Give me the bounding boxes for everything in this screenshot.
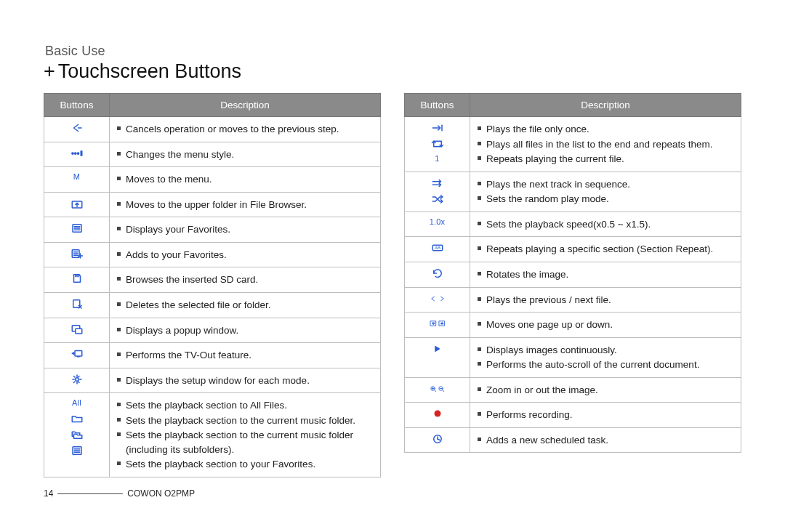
svg-rect-24: [77, 356, 80, 358]
schedule-task-icon: [430, 432, 446, 446]
description-cell: Adds a new scheduled task.: [470, 427, 741, 453]
button-icon-cell: [44, 217, 110, 243]
menu-style-icon: [69, 147, 85, 160]
description-item: Repeats playing a specific section (Sect…: [476, 242, 735, 257]
button-icon-cell: [44, 117, 110, 142]
table-row: Zoom in or out the image.: [405, 377, 741, 403]
description-cell: Performs the TV-Out feature.: [110, 343, 381, 368]
button-icon-cell: [44, 267, 110, 293]
description-cell: Zoom in or out the image.: [470, 377, 741, 403]
description-item: Repeats playing the current file.: [476, 152, 735, 166]
button-icon-cell: [405, 337, 470, 377]
table-row: Displays a popup window.: [44, 318, 381, 343]
svg-text:AB: AB: [434, 246, 440, 251]
table-row: Performs the TV-Out feature.: [44, 343, 381, 368]
menu-m-icon: M: [73, 172, 80, 183]
button-icon-cell: [44, 368, 110, 393]
repeat-all-icon: [430, 137, 446, 150]
svg-point-25: [75, 377, 78, 381]
description-cell: Plays the file only once.Plays all files…: [470, 117, 741, 172]
button-icon-cell: [405, 262, 470, 287]
table-row: Deletes the selected file or folder.: [44, 292, 381, 318]
footer-divider: [57, 493, 123, 494]
left-column: Buttons Description Cancels operation or…: [44, 93, 381, 477]
description-item: Cancels operation or moves to the previo…: [116, 122, 374, 137]
description-cell: Deletes the selected file or folder.: [110, 292, 381, 318]
description-item: Sets the playback section to the current…: [116, 428, 374, 456]
all-files-icon: All: [72, 398, 81, 409]
sd-card-icon: [69, 272, 85, 285]
description-item: Adds to your Favorites.: [116, 248, 374, 262]
svg-rect-23: [75, 351, 82, 357]
button-icon-cell: [44, 343, 110, 368]
button-icon-cell: AB: [405, 237, 470, 262]
page-up-down-icon: [430, 317, 446, 330]
favorites-section-icon: [69, 444, 85, 457]
description-cell: Repeats playing a specific section (Sect…: [470, 237, 741, 262]
description-item: Sets the playback section to All Files.: [116, 398, 374, 413]
table-row: Moves one page up or down.: [405, 313, 741, 338]
table-row: 1.0xSets the playback speed(x0.5 ~ x1.5)…: [405, 211, 741, 237]
playback-speed-icon: 1.0x: [430, 217, 446, 228]
plus-symbol: +: [44, 60, 55, 83]
table-row: Plays the next track in sequence.Sets th…: [405, 172, 741, 211]
svg-rect-22: [75, 329, 81, 334]
description-cell: Browses the inserted SD card.: [110, 267, 381, 293]
svg-point-0: [71, 152, 73, 153]
description-cell: Sets the playback section to All Files.S…: [110, 393, 381, 477]
description-item: Plays all files in the list to the end a…: [476, 137, 735, 152]
description-cell: Moves to the upper folder in File Browse…: [110, 192, 381, 217]
table-row: Plays the previous / next file.: [405, 287, 741, 313]
button-icon-cell: 1.0x: [405, 211, 470, 237]
svg-rect-3: [80, 150, 82, 156]
page-title: +Touchscreen Buttons: [44, 60, 741, 83]
record-icon: [430, 407, 446, 420]
play-once-icon: [430, 121, 446, 134]
button-icon-cell: [44, 192, 110, 217]
svg-rect-18: [73, 300, 79, 308]
table-row: Displays the setup window for each mode.: [44, 368, 381, 393]
description-cell: Rotates the image.: [470, 262, 741, 287]
buttons-table-left: Buttons Description Cancels operation or…: [44, 93, 381, 477]
description-item: Displays images continuously.: [476, 343, 735, 358]
right-column: Buttons Description 1Plays the file only…: [404, 93, 741, 477]
back-arrow-icon: [69, 121, 85, 134]
description-cell: Moves to the menu.: [110, 167, 381, 193]
description-item: Sets the playback section to your Favori…: [116, 457, 374, 472]
favorites-list-icon: [69, 222, 85, 235]
table-row: Adds a new scheduled task.: [405, 427, 741, 453]
description-cell: Sets the playback speed(x0.5 ~ x1.5).: [470, 211, 741, 237]
svg-line-36: [434, 390, 435, 391]
table-row: Rotates the image.: [405, 262, 741, 287]
music-folder-icon: [69, 412, 85, 425]
slideshow-icon: [430, 342, 446, 355]
add-favorite-icon: [69, 247, 85, 260]
description-cell: Plays the previous / next file.: [470, 287, 741, 313]
music-folder-sub-icon: [69, 428, 85, 441]
svg-line-45: [438, 439, 440, 440]
table-row: MMoves to the menu.: [44, 167, 381, 193]
folder-up-icon: [69, 197, 85, 210]
description-item: Rotates the image.: [476, 267, 735, 282]
prev-next-file-icon: [430, 292, 446, 305]
page-footer: 14 COWON O2PMP: [44, 488, 195, 499]
description-cell: Displays the setup window for each mode.: [110, 368, 381, 393]
section-label: Basic Use: [45, 44, 741, 59]
buttons-table-right: Buttons Description 1Plays the file only…: [404, 93, 741, 453]
description-cell: Performs recording.: [470, 403, 741, 428]
description-item: Sets the playback speed(x0.5 ~ x1.5).: [476, 217, 735, 232]
description-cell: Cancels operation or moves to the previo…: [110, 117, 381, 142]
next-track-icon: [430, 177, 446, 190]
description-item: Sets the random play mode.: [476, 192, 735, 206]
button-icon-cell: [405, 313, 470, 338]
footer-product: COWON O2PMP: [127, 488, 195, 499]
description-item: Moves to the menu.: [116, 172, 374, 187]
button-icon-cell: [405, 172, 470, 211]
description-cell: Changes the menu style.: [110, 142, 381, 167]
th-buttons: Buttons: [44, 94, 110, 117]
popup-window-icon: [69, 323, 85, 336]
button-icon-cell: [44, 242, 110, 267]
table-row: Cancels operation or moves to the previo…: [44, 117, 381, 142]
tv-out-icon: [69, 347, 85, 360]
table-row: Displays images continuously.Performs th…: [405, 337, 741, 377]
